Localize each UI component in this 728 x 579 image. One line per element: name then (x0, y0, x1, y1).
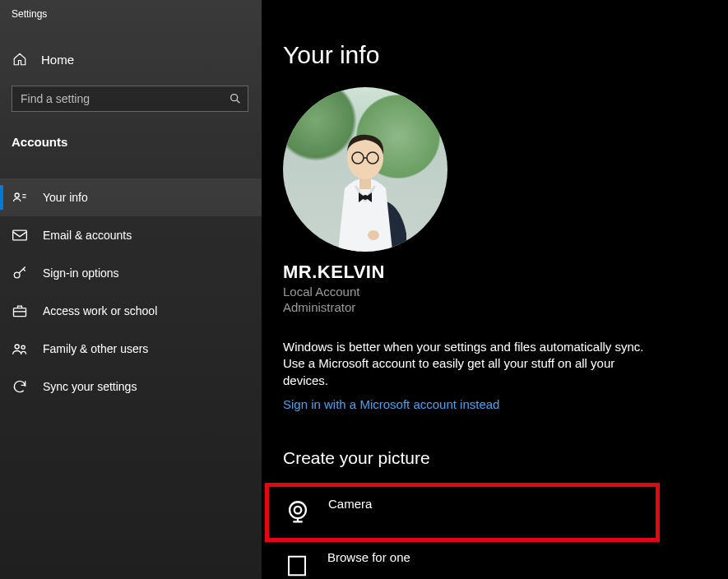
svg-point-11 (363, 195, 368, 200)
svg-rect-7 (14, 308, 26, 317)
mail-icon (12, 227, 28, 243)
browse-icon (283, 552, 311, 579)
sidebar-content: Home Accounts (0, 20, 262, 405)
sign-in-microsoft-link[interactable]: Sign in with a Microsoft account instead (283, 397, 499, 411)
svg-point-10 (21, 345, 25, 349)
avatar[interactable] (283, 87, 447, 252)
sync-icon (12, 378, 28, 395)
key-icon (12, 265, 28, 281)
briefcase-icon (12, 303, 28, 319)
sidebar-item-label: Sync your settings (43, 380, 137, 393)
camera-label: Camera (328, 497, 372, 511)
sync-blurb: Windows is better when your settings and… (283, 339, 650, 389)
account-role: Administrator (283, 300, 728, 314)
person-card-icon (12, 189, 28, 206)
sidebar-item-label: Sign-in options (43, 266, 119, 280)
svg-point-19 (294, 507, 302, 514)
sidebar-item-label: Email & accounts (43, 229, 132, 242)
sidebar-item-sync-settings[interactable]: Sync your settings (0, 368, 262, 405)
app-title: Settings (0, 0, 262, 20)
sidebar: Settings Home Accounts (0, 0, 262, 579)
account-type: Local Account (283, 285, 728, 299)
sidebar-item-label: Access work or school (43, 304, 157, 317)
svg-point-17 (368, 230, 379, 240)
browse-label: Browse for one (327, 550, 410, 564)
browse-option[interactable]: Browse for one (265, 542, 660, 579)
people-icon (12, 340, 28, 357)
user-name: MR.KELVIN (283, 262, 728, 283)
create-picture-title: Create your picture (283, 448, 728, 468)
svg-line-1 (237, 100, 240, 104)
camera-icon (284, 498, 312, 526)
nav: Your info Email & accounts (12, 178, 250, 405)
home-icon (12, 51, 28, 67)
svg-rect-5 (13, 230, 27, 240)
svg-point-9 (15, 345, 19, 349)
sidebar-item-sign-in-options[interactable]: Sign-in options (0, 254, 262, 292)
svg-point-6 (14, 272, 20, 278)
home-button[interactable]: Home (12, 44, 250, 74)
svg-point-0 (231, 95, 238, 101)
category-label: Accounts (12, 135, 250, 149)
sidebar-item-access-work-school[interactable]: Access work or school (0, 292, 262, 330)
picture-options: Camera Browse for one (265, 483, 728, 579)
svg-point-18 (290, 502, 306, 518)
sidebar-item-your-info[interactable]: Your info (0, 178, 262, 216)
camera-option[interactable]: Camera (265, 483, 660, 542)
svg-rect-20 (289, 557, 305, 576)
home-label: Home (41, 53, 74, 67)
search-input[interactable] (12, 86, 248, 112)
main-content: Your info (262, 0, 728, 579)
sidebar-item-label: Your info (43, 191, 88, 204)
search-wrap (12, 86, 250, 112)
sidebar-item-label: Family & other users (43, 342, 148, 355)
sidebar-item-email-accounts[interactable]: Email & accounts (0, 216, 262, 254)
sidebar-item-family-other-users[interactable]: Family & other users (0, 330, 262, 368)
search-icon (229, 92, 242, 105)
page-title: Your info (283, 41, 728, 69)
avatar-wrap (283, 87, 728, 252)
svg-point-2 (15, 193, 19, 197)
avatar-person-illustration (308, 110, 423, 252)
